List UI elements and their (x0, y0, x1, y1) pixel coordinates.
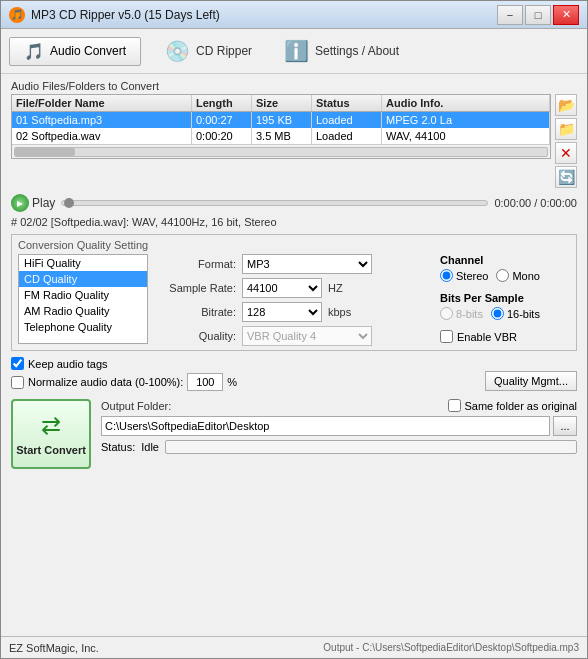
audio-convert-button[interactable]: 🎵 Audio Convert (9, 37, 141, 66)
quality-select[interactable]: VBR Quality 4 (242, 326, 372, 346)
right-panel: Channel Stereo Mono (440, 254, 570, 346)
table-body: 01 Softpedia.mp3 0:00:27 195 KB Loaded M… (12, 112, 550, 144)
horizontal-scrollbar[interactable] (12, 144, 550, 158)
files-section-label: Audio Files/Folders to Convert (11, 80, 577, 92)
same-folder-checkbox[interactable] (448, 399, 461, 412)
mono-radio[interactable] (496, 269, 509, 282)
bottom-area: ⇄ Start Convert Output Folder: Same fold… (11, 399, 577, 469)
play-label: Play (32, 196, 55, 210)
settings-about-item[interactable]: ℹ️ Settings / About (276, 35, 407, 67)
status-label: Status: (101, 441, 135, 453)
sample-rate-unit: HZ (328, 282, 343, 294)
music-note-icon: 🎵 (24, 42, 44, 61)
row2-audio-info: WAV, 44100 (382, 128, 550, 144)
hscrollbar-track[interactable] (14, 147, 548, 157)
quality-row: Quality: VBR Quality 4 (156, 326, 432, 346)
stereo-radio[interactable] (440, 269, 453, 282)
16bit-option[interactable]: 16-bits (491, 307, 540, 320)
output-path-row: ... (101, 416, 577, 436)
bits-section: Bits Per Sample 8-bits 16-bits (440, 292, 570, 320)
status-bar-left: EZ SoftMagic, Inc. (9, 642, 99, 654)
remove-file-button[interactable]: ✕ (555, 142, 577, 164)
audio-convert-label: Audio Convert (50, 44, 126, 58)
channel-section: Channel Stereo Mono (440, 254, 570, 282)
browse-button[interactable]: ... (553, 416, 577, 436)
bitrate-label: Bitrate: (156, 306, 236, 318)
quality-item-tel[interactable]: Telephone Quality (19, 319, 147, 335)
quality-format-area: HiFi Quality CD Quality FM Radio Quality… (18, 254, 570, 346)
cd-ripper-item[interactable]: 💿 CD Ripper (157, 35, 260, 67)
row1-audio-info: MPEG 2.0 La (382, 112, 550, 128)
app-icon: 🎵 (9, 7, 25, 23)
seek-thumb[interactable] (64, 198, 74, 208)
col-audio-info: Audio Info. (382, 95, 550, 111)
mono-label: Mono (512, 270, 540, 282)
enable-vbr-label: Enable VBR (457, 331, 517, 343)
status-value: Idle (141, 441, 159, 453)
sample-rate-select[interactable]: 44100 22050 11025 (242, 278, 322, 298)
settings-about-label: Settings / About (315, 44, 399, 58)
main-window: 🎵 MP3 CD Ripper v5.0 (15 Days Left) − □ … (0, 0, 588, 659)
files-section: Audio Files/Folders to Convert File/Fold… (11, 80, 577, 188)
8bit-option[interactable]: 8-bits (440, 307, 483, 320)
format-settings: Format: MP3 WAV OGG FLAC Sample Rate: 44… (156, 254, 432, 346)
quality-item-cd[interactable]: CD Quality (19, 271, 147, 287)
row1-name: 01 Softpedia.mp3 (12, 112, 192, 128)
add-folder-button[interactable]: 📁 (555, 118, 577, 140)
16bit-label: 16-bits (507, 308, 540, 320)
stereo-option[interactable]: Stereo (440, 269, 488, 282)
start-convert-button[interactable]: ⇄ Start Convert (11, 399, 91, 469)
close-button[interactable]: ✕ (553, 5, 579, 25)
8bit-radio[interactable] (440, 307, 453, 320)
normalize-unit: % (227, 376, 237, 388)
hscrollbar-thumb[interactable] (15, 148, 75, 156)
refresh-button[interactable]: 🔄 (555, 166, 577, 188)
normalize-checkbox[interactable] (11, 376, 24, 389)
quality-item-am[interactable]: AM Radio Quality (19, 303, 147, 319)
bitrate-select[interactable]: 128 192 256 320 (242, 302, 322, 322)
minimize-button[interactable]: − (497, 5, 523, 25)
format-label: Format: (156, 258, 236, 270)
quality-section: Conversion Quality Setting HiFi Quality … (11, 234, 577, 351)
window-title: MP3 CD Ripper v5.0 (15 Days Left) (31, 8, 220, 22)
output-path-input[interactable] (101, 416, 550, 436)
format-select[interactable]: MP3 WAV OGG FLAC (242, 254, 372, 274)
maximize-button[interactable]: □ (525, 5, 551, 25)
row2-length: 0:00:20 (192, 128, 252, 144)
table-row[interactable]: 01 Softpedia.mp3 0:00:27 195 KB Loaded M… (12, 112, 550, 128)
quality-mgmt-button[interactable]: Quality Mgmt... (485, 371, 577, 391)
normalize-input[interactable] (187, 373, 223, 391)
play-button[interactable]: ▶ Play (11, 194, 55, 212)
mono-option[interactable]: Mono (496, 269, 540, 282)
table-header: File/Folder Name Length Size Status Audi… (12, 95, 550, 112)
time-display: 0:00:00 / 0:00:00 (494, 197, 577, 209)
row2-size: 3.5 MB (252, 128, 312, 144)
file-info: # 02/02 [Softpedia.wav]: WAV, 44100Hz, 1… (11, 216, 577, 228)
16bit-radio[interactable] (491, 307, 504, 320)
quality-label: Quality: (156, 330, 236, 342)
cd-ripper-label: CD Ripper (196, 44, 252, 58)
output-area: Output Folder: Same folder as original .… (101, 399, 577, 454)
seek-bar[interactable] (61, 200, 488, 206)
row2-status: Loaded (312, 128, 382, 144)
enable-vbr-checkbox[interactable] (440, 330, 453, 343)
files-area: File/Folder Name Length Size Status Audi… (11, 94, 577, 188)
stereo-label: Stereo (456, 270, 488, 282)
title-bar: 🎵 MP3 CD Ripper v5.0 (15 Days Left) − □ … (1, 1, 587, 29)
quality-section-label: Conversion Quality Setting (18, 239, 570, 251)
play-icon: ▶ (11, 194, 29, 212)
keep-audio-tags-checkbox[interactable] (11, 357, 24, 370)
normalize-label: Normalize audio data (0-100%): (28, 376, 183, 388)
info-icon: ℹ️ (284, 39, 309, 63)
normalize-row: Normalize audio data (0-100%): % (11, 373, 475, 391)
file-table: File/Folder Name Length Size Status Audi… (11, 94, 551, 159)
quality-item-hifi[interactable]: HiFi Quality (19, 255, 147, 271)
quality-item-fm[interactable]: FM Radio Quality (19, 287, 147, 303)
add-file-button[interactable]: 📂 (555, 94, 577, 116)
same-folder-label: Same folder as original (464, 400, 577, 412)
keep-audio-tags-label: Keep audio tags (28, 358, 108, 370)
title-buttons: − □ ✕ (497, 5, 579, 25)
playbar: ▶ Play 0:00:00 / 0:00:00 (11, 194, 577, 212)
enable-vbr-row: Enable VBR (440, 330, 570, 343)
table-row[interactable]: 02 Softpedia.wav 0:00:20 3.5 MB Loaded W… (12, 128, 550, 144)
